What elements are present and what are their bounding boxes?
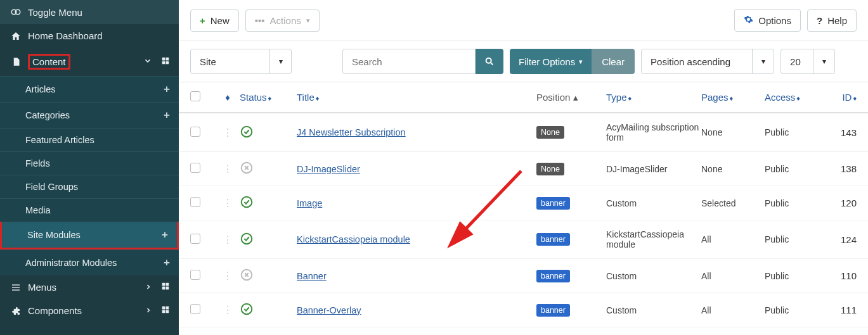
- status-enabled-icon[interactable]: [240, 302, 254, 316]
- modules-table: ♦ Status♦ Title♦ Position ▴ Type♦ Pages♦…: [179, 82, 868, 327]
- svg-rect-14: [166, 307, 169, 310]
- table-row: ⋮KickstartCassiopeia modulebannerKicksta…: [179, 220, 868, 259]
- sidebar-item-content[interactable]: Content: [0, 47, 179, 76]
- sidebar: Toggle Menu Home Dashboard Content: [0, 0, 179, 335]
- options-button[interactable]: Options: [734, 9, 801, 32]
- type-cell: Custom: [606, 271, 701, 281]
- chevron-down-icon: ▾: [306, 16, 310, 25]
- module-title-link[interactable]: KickstartCassiopeia module: [297, 234, 410, 244]
- file-icon: [9, 57, 23, 66]
- sidebar-item-media[interactable]: Media: [0, 198, 179, 222]
- plus-icon[interactable]: +: [164, 109, 170, 122]
- position-header[interactable]: Position ▴: [536, 92, 606, 103]
- filter-options-button[interactable]: Filter Options ▾: [510, 49, 592, 74]
- toggle-menu[interactable]: Toggle Menu: [0, 0, 179, 24]
- status-disabled-icon[interactable]: [240, 268, 254, 282]
- sidebar-item-admin-modules[interactable]: Administrator Modules +: [0, 250, 179, 275]
- svg-rect-10: [166, 283, 169, 286]
- limit-select[interactable]: 20 ▾: [781, 49, 835, 74]
- clear-button[interactable]: Clear: [592, 49, 635, 74]
- grid-icon[interactable]: [161, 305, 170, 316]
- joomla-icon: [9, 6, 23, 18]
- sort-icon: ♦: [796, 94, 800, 102]
- actions-button[interactable]: ••• Actions ▾: [245, 9, 320, 32]
- table-row: ⋮J4 Newsletter SubscriptionNoneAcyMailin…: [179, 113, 868, 152]
- module-title-link[interactable]: J4 Newsletter Subscription: [297, 127, 406, 137]
- sidebar-item-menus[interactable]: Menus: [0, 275, 179, 299]
- row-checkbox[interactable]: [190, 270, 200, 280]
- question-icon: ?: [817, 15, 822, 26]
- plus-icon[interactable]: +: [164, 256, 170, 269]
- pages-cell: Selected: [701, 198, 765, 208]
- access-header[interactable]: Access♦: [765, 92, 825, 103]
- sidebar-item-site-modules[interactable]: Site Modules +: [0, 222, 179, 250]
- chevron-down-icon[interactable]: [143, 56, 152, 67]
- sort-icon: ♦: [628, 94, 632, 102]
- new-button[interactable]: + New: [190, 9, 239, 32]
- main-content: + New ••• Actions ▾ Options ? Help: [179, 0, 868, 335]
- chevron-right-icon[interactable]: [145, 282, 152, 293]
- pages-header[interactable]: Pages♦: [701, 92, 765, 103]
- client-select[interactable]: Site ▾: [190, 49, 292, 74]
- access-cell: Public: [765, 305, 825, 315]
- status-disabled-icon[interactable]: [240, 161, 254, 175]
- type-cell: Custom: [606, 305, 701, 315]
- order-column[interactable]: ♦: [216, 92, 240, 103]
- row-checkbox[interactable]: [190, 163, 200, 173]
- type-header[interactable]: Type♦: [606, 92, 701, 103]
- svg-rect-13: [162, 307, 165, 310]
- status-enabled-icon[interactable]: [240, 232, 254, 246]
- module-title-link[interactable]: DJ-ImageSlider: [297, 164, 360, 174]
- sort-select[interactable]: Position ascending ▾: [641, 49, 774, 74]
- type-cell: DJ-ImageSlider: [606, 164, 701, 174]
- plus-icon[interactable]: +: [164, 83, 170, 96]
- status-enabled-icon[interactable]: [240, 125, 254, 139]
- drag-icon[interactable]: ⋮: [223, 127, 233, 138]
- drag-icon[interactable]: ⋮: [223, 234, 233, 245]
- drag-icon[interactable]: ⋮: [223, 270, 233, 281]
- row-checkbox[interactable]: [190, 304, 200, 314]
- plus-icon[interactable]: +: [162, 229, 168, 241]
- module-title-link[interactable]: Banner-Overlay: [297, 305, 361, 315]
- sort-icon: ♦: [268, 94, 272, 102]
- row-checkbox[interactable]: [190, 197, 200, 207]
- row-checkbox[interactable]: [190, 234, 200, 244]
- chevron-right-icon[interactable]: [145, 305, 152, 316]
- row-checkbox[interactable]: [190, 127, 200, 137]
- select-all-checkbox[interactable]: [190, 91, 200, 101]
- ellipsis-icon: •••: [255, 15, 265, 26]
- help-button[interactable]: ? Help: [807, 9, 857, 32]
- grid-icon[interactable]: [161, 282, 170, 293]
- svg-point-18: [242, 126, 252, 137]
- access-cell: Public: [765, 164, 825, 174]
- access-cell: Public: [765, 271, 825, 281]
- sidebar-item-fields[interactable]: Fields: [0, 151, 179, 175]
- chevron-down-icon: ▾: [813, 49, 834, 73]
- sidebar-item-featured[interactable]: Featured Articles: [0, 128, 179, 151]
- position-badge: None: [536, 163, 564, 175]
- svg-rect-6: [12, 284, 20, 285]
- sidebar-item-categories[interactable]: Categories +: [0, 102, 179, 128]
- gear-icon: [744, 15, 753, 26]
- search-button[interactable]: [476, 49, 503, 74]
- chevron-down-icon: ▾: [269, 49, 291, 73]
- position-badge: banner: [536, 197, 570, 210]
- pages-cell: All: [701, 271, 765, 281]
- drag-icon[interactable]: ⋮: [223, 163, 233, 174]
- id-header[interactable]: ID♦: [825, 92, 857, 103]
- module-title-link[interactable]: Image: [297, 198, 322, 208]
- drag-icon[interactable]: ⋮: [223, 198, 233, 208]
- title-header[interactable]: Title♦: [297, 92, 536, 103]
- sidebar-item-articles[interactable]: Articles +: [0, 76, 179, 102]
- sidebar-item-home[interactable]: Home Dashboard: [0, 24, 179, 47]
- search-input[interactable]: [342, 49, 476, 74]
- sidebar-item-components[interactable]: Components: [0, 299, 179, 322]
- sidebar-item-field-groups[interactable]: Field Groups: [0, 175, 179, 198]
- module-title-link[interactable]: Banner: [297, 271, 327, 281]
- drag-icon[interactable]: ⋮: [223, 305, 233, 315]
- status-enabled-icon[interactable]: [240, 195, 254, 209]
- table-row: ⋮ImagebannerCustomSelectedPublic120: [179, 186, 868, 220]
- grid-icon[interactable]: [161, 56, 170, 67]
- status-header[interactable]: Status♦: [240, 92, 297, 103]
- id-cell: 110: [825, 270, 857, 281]
